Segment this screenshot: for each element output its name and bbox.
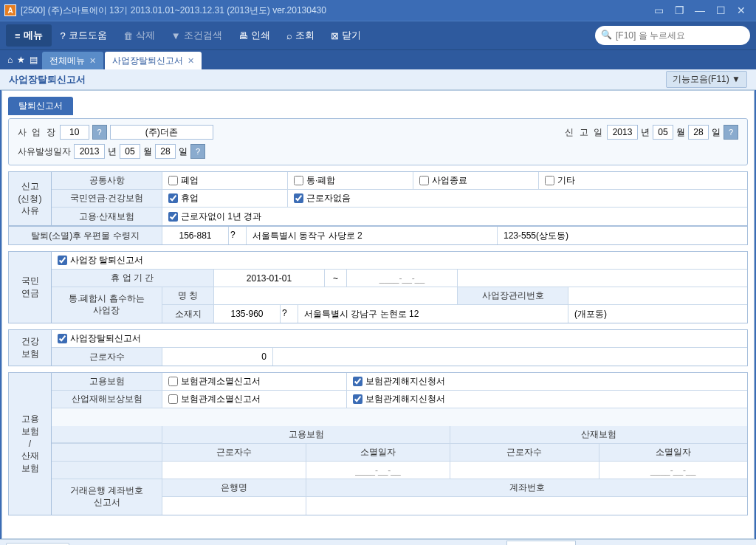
absorb-name-value[interactable] xyxy=(214,287,458,304)
ind-date-value[interactable]: ____-__-__ xyxy=(599,462,748,479)
health-label: 건강 보험 xyxy=(9,330,52,366)
report-date-help-button[interactable]: ? xyxy=(724,125,738,140)
menu-button[interactable]: ≡ 메뉴 xyxy=(6,24,52,47)
mail-zip: 156-881 xyxy=(162,227,229,244)
report-month-input[interactable] xyxy=(653,125,673,140)
year-unit: 년 xyxy=(108,145,117,158)
page-title: 사업장탈퇴신고서 xyxy=(9,73,86,86)
ind-date-header: 소멸일자 xyxy=(599,444,748,461)
close-panel-button[interactable]: ⊠ 닫기 xyxy=(323,24,368,47)
message-button[interactable]: 💬 Message xyxy=(6,543,69,546)
emp-date-value[interactable]: ____-__-__ xyxy=(306,462,450,479)
emp-workers-value[interactable] xyxy=(162,462,306,479)
mail-label: 탈퇴(소멸)후 우편물 수령지 xyxy=(9,227,162,244)
book-icon[interactable]: ▭ xyxy=(648,2,669,18)
functions-dropdown[interactable]: 기능모음(F11) ▼ xyxy=(666,71,747,88)
subheader: 사업장탈퇴신고서 기능모음(F11) ▼ xyxy=(0,69,756,90)
minimize-button[interactable]: — xyxy=(690,2,710,18)
close-icon[interactable]: ✕ xyxy=(89,56,96,66)
reason-month-input[interactable] xyxy=(120,144,140,159)
reason-date-help-button[interactable]: ? xyxy=(190,144,205,159)
tabbar: ⌂ ★ ▤ 전체메뉴 ✕ 사업장탈퇴신고서 ✕ xyxy=(0,50,756,69)
biz-help-button[interactable]: ? xyxy=(92,125,107,140)
no-worker-checkbox[interactable] xyxy=(294,193,303,203)
emp-ext-report-checkbox[interactable] xyxy=(168,377,178,386)
employ-industrial-header: 고용·산재보험 xyxy=(52,208,162,225)
pension-withdrawal-checkbox[interactable] xyxy=(58,256,67,265)
search-icon: ⌕ xyxy=(286,30,292,41)
close-icon[interactable]: ✕ xyxy=(188,56,194,66)
period-to[interactable]: ____-__-__ xyxy=(347,270,458,287)
closed-checkbox[interactable] xyxy=(168,176,178,185)
ind-cancel-app-checkbox[interactable] xyxy=(353,394,362,404)
home-icon[interactable]: ⌂ xyxy=(7,55,13,65)
loc-label: 소재지 xyxy=(162,305,214,323)
emp-workers-header: 근로자수 xyxy=(162,444,306,461)
maximize-button[interactable]: ☐ xyxy=(710,2,731,18)
month-unit: 월 xyxy=(143,145,152,158)
biz-switch-button[interactable]: 비즈니스위치 xyxy=(506,541,576,545)
ind-workers-header: 근로자수 xyxy=(450,444,599,461)
reason-day-input[interactable] xyxy=(155,144,176,159)
window-title: [2500] (주)스마트에이 13기 2013.01.01~2013.12.3… xyxy=(21,4,648,17)
star-icon[interactable]: ★ xyxy=(17,55,25,65)
period-from[interactable]: 2013-01-01 xyxy=(214,270,325,287)
cascade-icon[interactable]: ❐ xyxy=(669,2,690,18)
subtab-withdrawal[interactable]: 탈퇴신고서 xyxy=(8,97,73,115)
mail-section: 탈퇴(소멸)후 우편물 수령지 156-881 ? 서울특별시 동작구 사당로 … xyxy=(8,226,748,245)
biz-code-input[interactable] xyxy=(60,125,89,140)
app-icon: A xyxy=(4,4,16,16)
print-button[interactable]: 🖶 인쇄 xyxy=(231,24,278,47)
merge-checkbox[interactable] xyxy=(294,176,303,185)
report-day-input[interactable] xyxy=(688,125,709,140)
ind-col-header: 산재보험 xyxy=(450,426,747,443)
blank-header2 xyxy=(52,444,162,461)
common-header: 공통사항 xyxy=(52,172,162,189)
tab-label: 전체메뉴 xyxy=(49,55,85,67)
report-date-label: 신 고 일 xyxy=(565,126,604,139)
ind-ins-header: 산업재해보상보험 xyxy=(52,391,162,408)
biz-name-input[interactable] xyxy=(110,125,213,140)
close-button[interactable]: ✕ xyxy=(731,2,752,18)
ind-ext-report-checkbox[interactable] xyxy=(168,394,178,404)
etc-checkbox[interactable] xyxy=(545,176,554,185)
bank-name-value[interactable] xyxy=(162,497,306,515)
mail-help-button[interactable]: ? xyxy=(230,229,244,242)
query-button[interactable]: ⌕ 조회 xyxy=(279,24,322,47)
reason-year-input[interactable] xyxy=(74,144,105,159)
blank-header3 xyxy=(52,462,162,479)
delete-button[interactable]: 🗑 삭제 xyxy=(116,24,162,47)
pension-section: 국민 연금 사업장 탈퇴신고서 휴 업 기 간 2013-01-01 ~ ___… xyxy=(8,251,748,323)
employment-section: 고용 보험 / 산재 보험 고용보험 보험관계소멸신고서 보험관계해지신청서 산… xyxy=(8,372,748,515)
absorb-label: 통.폐합시 흡수하는 사업장 xyxy=(52,287,162,323)
end-checkbox[interactable] xyxy=(419,176,429,185)
cond-search-button[interactable]: ▼ 조건검색 xyxy=(164,24,230,47)
one-year-checkbox[interactable] xyxy=(168,212,178,222)
tab-withdrawal-report[interactable]: 사업장탈퇴신고서 ✕ xyxy=(105,52,202,69)
emp-col-header: 고용보험 xyxy=(162,426,450,443)
tab-all-menu[interactable]: 전체메뉴 ✕ xyxy=(42,52,103,69)
health-withdrawal-checkbox[interactable] xyxy=(58,334,67,343)
loc-help-button[interactable]: ? xyxy=(282,307,295,321)
tab-label: 사업장탈퇴신고서 xyxy=(112,55,183,67)
year-unit: 년 xyxy=(641,126,650,139)
worker-count-label: 근로자수 xyxy=(52,348,162,366)
global-search-input[interactable] xyxy=(595,26,750,45)
report-year-input[interactable] xyxy=(607,125,638,140)
code-help-button[interactable]: ? 코드도움 xyxy=(53,24,114,47)
day-unit: 일 xyxy=(179,145,188,158)
mgmt-no-value[interactable] xyxy=(568,287,747,304)
emp-ins-header: 고용보험 xyxy=(52,373,162,390)
period-sep: ~ xyxy=(325,270,347,287)
emp-cancel-app-checkbox[interactable] xyxy=(353,377,362,386)
acct-no-value[interactable] xyxy=(306,497,747,515)
card-icon[interactable]: ▤ xyxy=(30,55,38,65)
rest-checkbox[interactable] xyxy=(168,193,178,203)
reason-date-label: 사유발생일자 xyxy=(18,145,71,158)
ind-workers-value[interactable] xyxy=(450,462,599,479)
name-label: 명 칭 xyxy=(162,287,214,304)
rest-period-label: 휴 업 기 간 xyxy=(52,270,214,287)
reason-section: 신고 (신청) 사유 공통사항 폐업 통·폐합 사업종료 기타 국민연금·건강보… xyxy=(8,171,748,226)
worker-count-value[interactable]: 0 xyxy=(162,348,273,366)
loc-detail: (개포동) xyxy=(568,305,747,323)
